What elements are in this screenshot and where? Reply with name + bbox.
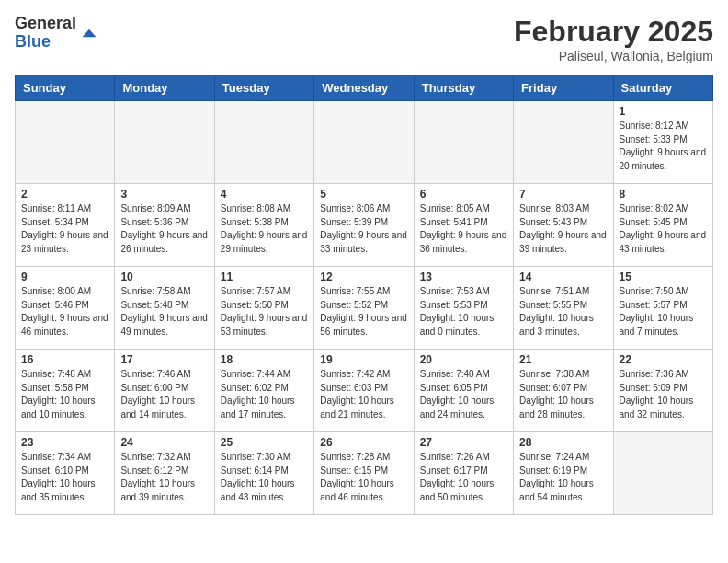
weekday-header: Monday (115, 75, 214, 101)
day-number: 27 (420, 436, 507, 449)
location-subtitle: Paliseul, Wallonia, Belgium (514, 49, 713, 63)
day-number: 23 (21, 436, 108, 449)
calendar-day-cell (214, 101, 313, 184)
calendar-day-cell: 17Sunrise: 7:46 AM Sunset: 6:00 PM Dayli… (115, 350, 214, 432)
day-number: 16 (21, 353, 108, 366)
calendar-day-cell: 7Sunrise: 8:03 AM Sunset: 5:43 PM Daylig… (514, 184, 613, 267)
logo: General Blue (15, 15, 98, 52)
calendar-week-row: 9Sunrise: 8:00 AM Sunset: 5:46 PM Daylig… (16, 267, 713, 350)
day-info: Sunrise: 7:38 AM Sunset: 6:07 PM Dayligh… (519, 368, 607, 421)
day-number: 18 (221, 353, 308, 366)
calendar-day-cell: 1Sunrise: 8:12 AM Sunset: 5:33 PM Daylig… (613, 101, 712, 184)
day-number: 20 (420, 353, 507, 366)
day-number: 13 (420, 270, 507, 283)
day-info: Sunrise: 7:44 AM Sunset: 6:02 PM Dayligh… (221, 368, 308, 421)
calendar-day-cell: 24Sunrise: 7:32 AM Sunset: 6:12 PM Dayli… (115, 432, 214, 515)
day-info: Sunrise: 8:03 AM Sunset: 5:43 PM Dayligh… (519, 202, 607, 256)
calendar-day-cell: 26Sunrise: 7:28 AM Sunset: 6:15 PM Dayli… (314, 432, 414, 515)
day-number: 11 (221, 270, 308, 283)
calendar-day-cell: 9Sunrise: 8:00 AM Sunset: 5:46 PM Daylig… (16, 267, 115, 350)
day-number: 2 (21, 188, 108, 201)
day-number: 17 (120, 353, 208, 366)
calendar-day-cell (414, 101, 513, 184)
day-number: 10 (120, 270, 208, 283)
calendar-day-cell (314, 101, 414, 184)
day-info: Sunrise: 7:48 AM Sunset: 5:58 PM Dayligh… (21, 368, 108, 421)
calendar-day-cell: 8Sunrise: 8:02 AM Sunset: 5:45 PM Daylig… (613, 184, 712, 267)
calendar-day-cell: 20Sunrise: 7:40 AM Sunset: 6:05 PM Dayli… (414, 350, 513, 432)
day-info: Sunrise: 7:32 AM Sunset: 6:12 PM Dayligh… (120, 451, 208, 504)
weekday-header: Wednesday (314, 75, 414, 101)
day-info: Sunrise: 7:34 AM Sunset: 6:10 PM Dayligh… (21, 451, 108, 504)
calendar-day-cell: 5Sunrise: 8:06 AM Sunset: 5:39 PM Daylig… (314, 184, 414, 267)
calendar-day-cell: 14Sunrise: 7:51 AM Sunset: 5:55 PM Dayli… (514, 267, 613, 350)
day-info: Sunrise: 8:05 AM Sunset: 5:41 PM Dayligh… (420, 202, 507, 256)
calendar-day-cell: 25Sunrise: 7:30 AM Sunset: 6:14 PM Dayli… (214, 432, 313, 515)
logo-general-text: General (15, 14, 76, 32)
calendar-day-cell: 28Sunrise: 7:24 AM Sunset: 6:19 PM Dayli… (514, 432, 613, 515)
day-info: Sunrise: 7:24 AM Sunset: 6:19 PM Dayligh… (519, 451, 607, 504)
day-number: 24 (120, 436, 208, 449)
calendar-day-cell: 11Sunrise: 7:57 AM Sunset: 5:50 PM Dayli… (214, 267, 313, 350)
day-info: Sunrise: 8:11 AM Sunset: 5:34 PM Dayligh… (21, 202, 108, 256)
day-info: Sunrise: 7:46 AM Sunset: 6:00 PM Dayligh… (120, 368, 208, 421)
day-info: Sunrise: 7:30 AM Sunset: 6:14 PM Dayligh… (221, 451, 308, 504)
day-info: Sunrise: 7:40 AM Sunset: 6:05 PM Dayligh… (420, 368, 507, 421)
day-info: Sunrise: 7:36 AM Sunset: 6:09 PM Dayligh… (620, 368, 707, 421)
calendar-day-cell: 27Sunrise: 7:26 AM Sunset: 6:17 PM Dayli… (414, 432, 513, 515)
calendar-day-cell: 3Sunrise: 8:09 AM Sunset: 5:36 PM Daylig… (115, 184, 214, 267)
calendar-day-cell: 13Sunrise: 7:53 AM Sunset: 5:53 PM Dayli… (414, 267, 513, 350)
day-number: 4 (221, 188, 308, 201)
day-number: 8 (620, 188, 707, 201)
day-info: Sunrise: 7:28 AM Sunset: 6:15 PM Dayligh… (320, 451, 407, 504)
day-number: 19 (320, 353, 407, 366)
day-number: 9 (21, 270, 108, 283)
day-number: 28 (519, 436, 607, 449)
day-info: Sunrise: 8:02 AM Sunset: 5:45 PM Dayligh… (620, 202, 707, 256)
calendar-day-cell: 12Sunrise: 7:55 AM Sunset: 5:52 PM Dayli… (314, 267, 414, 350)
page-header: General Blue February 2025 Paliseul, Wal… (15, 15, 713, 63)
calendar-week-row: 23Sunrise: 7:34 AM Sunset: 6:10 PM Dayli… (16, 432, 713, 515)
day-number: 5 (320, 188, 407, 201)
calendar-day-cell (514, 101, 613, 184)
day-info: Sunrise: 7:50 AM Sunset: 5:57 PM Dayligh… (620, 285, 707, 339)
weekday-header: Friday (514, 75, 613, 101)
day-number: 3 (120, 188, 208, 201)
day-number: 7 (519, 188, 607, 201)
weekday-header: Sunday (16, 75, 115, 101)
calendar-table: SundayMondayTuesdayWednesdayThursdayFrid… (15, 75, 713, 515)
day-number: 26 (320, 436, 407, 449)
day-info: Sunrise: 8:08 AM Sunset: 5:38 PM Dayligh… (221, 202, 308, 256)
calendar-day-cell: 6Sunrise: 8:05 AM Sunset: 5:41 PM Daylig… (414, 184, 513, 267)
calendar-day-cell (613, 432, 712, 515)
calendar-day-cell: 22Sunrise: 7:36 AM Sunset: 6:09 PM Dayli… (613, 350, 712, 432)
logo-icon (80, 24, 98, 42)
calendar-day-cell: 2Sunrise: 8:11 AM Sunset: 5:34 PM Daylig… (16, 184, 115, 267)
day-info: Sunrise: 8:12 AM Sunset: 5:33 PM Dayligh… (620, 120, 707, 173)
weekday-header-row: SundayMondayTuesdayWednesdayThursdayFrid… (16, 75, 713, 101)
calendar-week-row: 16Sunrise: 7:48 AM Sunset: 5:58 PM Dayli… (16, 350, 713, 432)
day-number: 25 (221, 436, 308, 449)
weekday-header: Saturday (613, 75, 712, 101)
month-title: February 2025 (514, 15, 713, 49)
day-info: Sunrise: 7:57 AM Sunset: 5:50 PM Dayligh… (221, 285, 308, 339)
calendar-day-cell: 16Sunrise: 7:48 AM Sunset: 5:58 PM Dayli… (16, 350, 115, 432)
day-number: 22 (620, 353, 707, 366)
day-number: 15 (620, 270, 707, 283)
calendar-day-cell (16, 101, 115, 184)
day-info: Sunrise: 7:53 AM Sunset: 5:53 PM Dayligh… (420, 285, 507, 339)
day-info: Sunrise: 7:42 AM Sunset: 6:03 PM Dayligh… (320, 368, 407, 421)
day-info: Sunrise: 8:00 AM Sunset: 5:46 PM Dayligh… (21, 285, 108, 339)
day-info: Sunrise: 8:06 AM Sunset: 5:39 PM Dayligh… (320, 202, 407, 256)
day-number: 12 (320, 270, 407, 283)
day-number: 1 (620, 105, 707, 118)
calendar-week-row: 2Sunrise: 8:11 AM Sunset: 5:34 PM Daylig… (16, 184, 713, 267)
day-info: Sunrise: 7:55 AM Sunset: 5:52 PM Dayligh… (320, 285, 407, 339)
day-number: 6 (420, 188, 507, 201)
calendar-day-cell: 4Sunrise: 8:08 AM Sunset: 5:38 PM Daylig… (214, 184, 313, 267)
calendar-week-row: 1Sunrise: 8:12 AM Sunset: 5:33 PM Daylig… (16, 101, 713, 184)
weekday-header: Thursday (414, 75, 513, 101)
logo-blue-text: Blue (15, 32, 51, 51)
day-number: 21 (519, 353, 607, 366)
day-info: Sunrise: 7:58 AM Sunset: 5:48 PM Dayligh… (120, 285, 208, 339)
